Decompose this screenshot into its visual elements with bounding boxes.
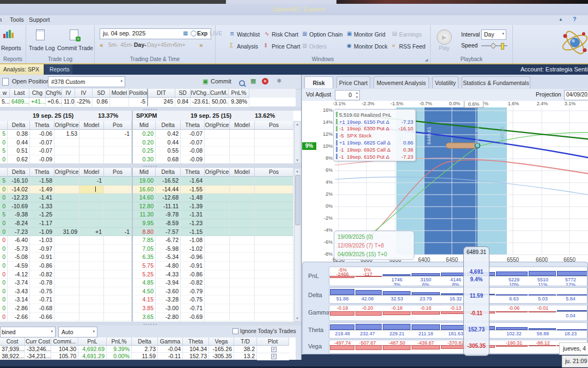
chain-cell[interactable] bbox=[230, 219, 255, 228]
date-nav-day+[interactable]: Day+ bbox=[147, 41, 161, 48]
chain-cell[interactable] bbox=[79, 130, 104, 138]
chain-cell[interactable] bbox=[54, 313, 79, 322]
help-icon[interactable]: ? bbox=[573, 16, 577, 22]
speed-slider[interactable] bbox=[481, 43, 507, 49]
ignore-trades-checkbox[interactable] bbox=[232, 328, 238, 334]
chain-cell[interactable] bbox=[205, 130, 230, 138]
chain-cell[interactable] bbox=[54, 147, 79, 155]
chain-cell[interactable] bbox=[104, 313, 132, 322]
chain-cell[interactable] bbox=[230, 210, 255, 219]
chain-cell[interactable] bbox=[230, 304, 255, 313]
chain-cell[interactable] bbox=[54, 210, 79, 219]
chain-cell[interactable] bbox=[230, 295, 255, 304]
chain-cell[interactable] bbox=[104, 245, 132, 254]
reports-button[interactable]: Reports bbox=[1, 45, 21, 51]
chain-cell[interactable] bbox=[255, 228, 293, 237]
vertical-scrollbar[interactable]: ▴▾ bbox=[294, 168, 301, 322]
spinner-up-icon[interactable]: ▴ bbox=[356, 91, 358, 94]
date-nav-5m-[interactable]: 5m- bbox=[108, 41, 118, 48]
panel-tab-statistics-fundamentals[interactable]: Statistics & Fundamentals bbox=[462, 76, 530, 88]
chain-cell[interactable] bbox=[104, 138, 132, 147]
scroll-up-icon[interactable]: ▴ bbox=[295, 169, 300, 173]
panel-tab-movement-analysis[interactable]: Movement Analysis bbox=[373, 76, 429, 88]
chain-cell[interactable] bbox=[79, 155, 104, 164]
chain-cell[interactable] bbox=[230, 185, 255, 194]
chain-cell[interactable] bbox=[230, 253, 255, 262]
chain-cell[interactable] bbox=[230, 262, 255, 270]
date-nav-forward[interactable]: » bbox=[199, 41, 203, 49]
commit-icon[interactable]: ▣ bbox=[203, 78, 208, 85]
chain-cell[interactable] bbox=[205, 245, 230, 254]
chain-cell[interactable] bbox=[205, 253, 230, 262]
chain-cell[interactable] bbox=[205, 313, 230, 322]
exp-label[interactable]: Exp bbox=[197, 30, 207, 37]
trade-log-button[interactable]: Trade Log bbox=[29, 45, 54, 51]
auto-select[interactable]: Auto ▾ bbox=[58, 327, 97, 337]
chain-cell[interactable] bbox=[54, 202, 79, 211]
search-icon[interactable] bbox=[239, 80, 245, 86]
menu-item-tools[interactable]: Tools bbox=[10, 16, 24, 23]
projection-date-input[interactable]: 04/09/2025 bbox=[564, 90, 588, 100]
chain-cell[interactable] bbox=[205, 219, 230, 228]
chain-cell[interactable] bbox=[104, 185, 132, 194]
interval-select[interactable]: Day ▾ bbox=[481, 29, 506, 40]
chain-cell[interactable] bbox=[255, 194, 293, 202]
chain-cell[interactable] bbox=[54, 138, 79, 147]
chain-cell[interactable] bbox=[230, 155, 255, 164]
chain-cell[interactable] bbox=[255, 138, 293, 147]
chain-cell[interactable] bbox=[54, 304, 79, 313]
chain-cell[interactable] bbox=[79, 287, 104, 296]
chain-cell[interactable] bbox=[54, 219, 79, 228]
close-icon[interactable]: × bbox=[36, 66, 39, 71]
commit-trade-button[interactable]: Commit Trade bbox=[57, 45, 93, 51]
chain-cell[interactable] bbox=[79, 210, 104, 219]
chain-cell[interactable] bbox=[104, 304, 132, 313]
chain-cell[interactable]: -1 bbox=[104, 228, 132, 237]
vertical-scrollbar[interactable]: ▴▾ bbox=[294, 121, 301, 164]
chain-cell[interactable] bbox=[255, 262, 293, 270]
chain-cell[interactable] bbox=[255, 147, 293, 155]
trading-date-input[interactable]: ju. 04 sep. 2025 ▦ ◯ Exp LIVE bbox=[100, 28, 211, 39]
scroll-up-icon[interactable]: ▴ bbox=[295, 122, 300, 126]
menu-item-partial[interactable]: n bbox=[0, 16, 2, 23]
chain-cell[interactable] bbox=[205, 228, 230, 237]
chain-cell[interactable] bbox=[230, 236, 255, 245]
chain-cell[interactable] bbox=[205, 147, 230, 155]
date-nav-45m-[interactable]: 45m- bbox=[120, 41, 133, 48]
chain-cell[interactable]: 31.09 bbox=[54, 228, 79, 237]
chain-cell[interactable]: -1 bbox=[79, 177, 104, 185]
chain-cell[interactable] bbox=[104, 236, 132, 245]
chain-cell[interactable] bbox=[255, 185, 293, 194]
play-button[interactable]: ▶ bbox=[437, 29, 452, 45]
chain-cell[interactable] bbox=[104, 295, 132, 304]
chain-cell[interactable] bbox=[205, 295, 230, 304]
chain-cell[interactable] bbox=[205, 194, 230, 202]
chain-cell[interactable] bbox=[104, 262, 132, 270]
chain-cell[interactable] bbox=[79, 245, 104, 254]
chain-cell[interactable]: +1 bbox=[79, 228, 104, 237]
date-nav-45m+[interactable]: 45m+ bbox=[161, 41, 175, 48]
chain-cell[interactable] bbox=[255, 287, 293, 296]
splitter-handle[interactable]: •••••• bbox=[0, 107, 301, 111]
panel-tab-price-chart[interactable]: Price Chart bbox=[336, 76, 370, 88]
chain-cell[interactable] bbox=[230, 202, 255, 211]
plot-checkbox[interactable]: ✓ bbox=[271, 347, 277, 352]
chain-cell[interactable] bbox=[104, 155, 132, 164]
chain-cell[interactable] bbox=[54, 253, 79, 262]
chain-cell[interactable] bbox=[54, 155, 79, 164]
chain-cell[interactable] bbox=[79, 295, 104, 304]
chain-cell[interactable] bbox=[79, 313, 104, 322]
chain-cell[interactable] bbox=[255, 245, 293, 254]
chain-cell[interactable] bbox=[205, 304, 230, 313]
chain-cell[interactable] bbox=[255, 155, 293, 164]
chain-cell[interactable] bbox=[205, 279, 230, 287]
splitter-handle[interactable]: •••••• bbox=[0, 322, 301, 325]
chain-cell[interactable] bbox=[79, 262, 104, 270]
panel-tab-risk-chart[interactable]: Risk Chart bbox=[304, 76, 333, 88]
chain-cell[interactable]: 1.53 bbox=[54, 130, 79, 138]
chain-cell[interactable] bbox=[54, 270, 79, 279]
chain-cell[interactable] bbox=[54, 262, 79, 270]
spinner-down-icon[interactable]: ▾ bbox=[356, 95, 358, 99]
chain-cell[interactable] bbox=[54, 185, 79, 194]
clock-icon[interactable]: ◯ bbox=[191, 30, 197, 36]
